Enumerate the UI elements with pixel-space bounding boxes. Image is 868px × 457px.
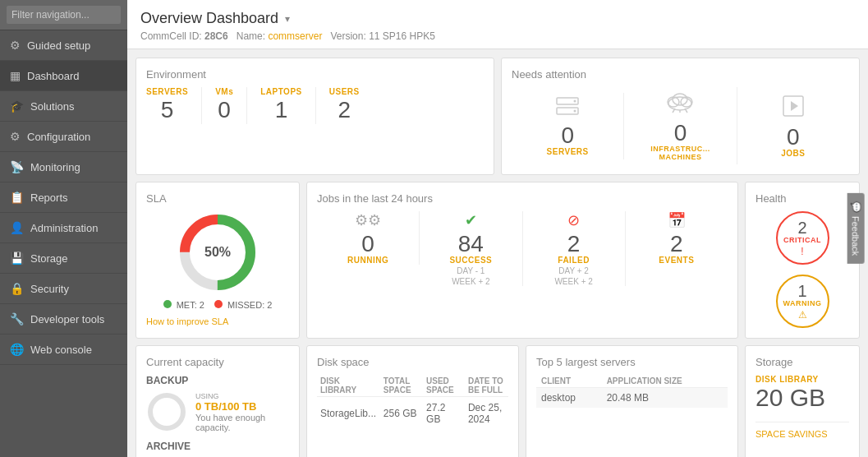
health-critical[interactable]: 2 CRITICAL ! (776, 211, 829, 265)
feedback-tab[interactable]: 💬 Feedback (847, 193, 864, 264)
web-console-icon: 🌐 (10, 343, 24, 356)
health-card: Health 2 CRITICAL ! 1 WARNING ⚠ (745, 182, 860, 339)
sidebar-item-monitoring[interactable]: 📡 Monitoring (0, 152, 127, 182)
sidebar-item-label: Developer tools (30, 313, 104, 325)
main-content: Overview Dashboard ▾ CommCell ID: 28C6 N… (127, 0, 868, 457)
jobs-failed[interactable]: ⊘ 2 FAILED DAY + 2 WEEK + 2 (523, 211, 626, 286)
jobs-running[interactable]: ⚙⚙ 0 RUNNING (317, 211, 420, 265)
vms-value: 0 (215, 96, 233, 124)
sla-title: SLA (146, 192, 289, 205)
attention-servers[interactable]: 0 SERVERS (512, 93, 624, 159)
storage-card: Storage DISK LIBRARY 20 GB SPACE SAVINGS (745, 345, 860, 457)
running-label: RUNNING (333, 256, 402, 265)
servers-value: 5 (146, 96, 188, 124)
sidebar-filter[interactable] (0, 0, 127, 30)
jobs-title: Jobs in the last 24 hours (317, 192, 728, 205)
server-size-cell: 20.48 MB (602, 388, 728, 409)
sidebar-item-label: Guided setup (27, 39, 90, 52)
sidebar-item-guided-setup[interactable]: ⚙ Guided setup (0, 30, 127, 61)
sla-legend: MET: 2 MISSED: 2 (146, 300, 289, 310)
env-vms[interactable]: VMs 0 (202, 87, 247, 124)
developer-tools-icon: 🔧 (10, 312, 24, 325)
capacity-backup: BACKUP USING 0 TB/100 TB You have enough… (146, 375, 289, 432)
title-text: Overview Dashboard (140, 10, 278, 27)
attention-machines[interactable]: 0 INFRASTRUC... MACHINES (624, 87, 737, 164)
disk-col-date: DATE TO BE FULL (465, 375, 508, 397)
guided-setup-icon: ⚙ (10, 39, 21, 52)
users-value: 2 (329, 96, 360, 124)
failed-value: 2 (540, 233, 609, 256)
configuration-icon: ⚙ (10, 130, 21, 143)
sidebar-item-reports[interactable]: 📋 Reports (0, 182, 127, 213)
environment-card: Environment SERVERS 5 VMs 0 LAPTOPS 1 (135, 58, 494, 175)
sidebar-item-administration[interactable]: 👤 Administration (0, 213, 127, 243)
commserver-name[interactable]: commserver (268, 30, 322, 42)
server-client-cell: desktop (536, 388, 602, 409)
sla-missed-legend: MISSED: 2 (214, 300, 272, 310)
env-servers[interactable]: SERVERS 5 (146, 87, 202, 124)
sidebar-item-developer-tools[interactable]: 🔧 Developer tools (0, 304, 127, 335)
disk-used-cell: 27.2 GB (423, 397, 465, 431)
needs-attention-card: Needs attention 0 SERVERS (501, 58, 860, 175)
svg-point-3 (574, 109, 576, 112)
filter-input[interactable] (7, 6, 121, 24)
disk-space-title: Disk space (317, 356, 508, 368)
disk-date-cell: Dec 25, 2024 (465, 397, 508, 431)
env-users[interactable]: USERS 2 (316, 87, 373, 124)
sidebar-item-label: Configuration (27, 131, 90, 143)
improve-sla-link[interactable]: How to improve SLA (146, 316, 289, 326)
sidebar-item-web-console[interactable]: 🌐 Web console (0, 335, 127, 365)
table-row: desktop 20.48 MB (536, 388, 728, 409)
row-1: Environment SERVERS 5 VMs 0 LAPTOPS 1 (135, 58, 860, 175)
disk-table: DISK LIBRARY TOTAL SPACE USED SPACE DATE… (317, 375, 508, 430)
backup-using-label: USING (195, 392, 289, 400)
top-servers-card: Top 5 largest servers CLIENT APPLICATION… (526, 345, 738, 457)
attention-servers-label: SERVERS (525, 147, 610, 156)
sla-card: SLA 50% MET: 2 (135, 182, 300, 339)
sidebar-item-dashboard[interactable]: ▦ Dashboard (0, 61, 127, 91)
sla-donut: 50% (177, 211, 259, 293)
health-warning[interactable]: 1 WARNING ⚠ (776, 275, 829, 328)
check-icon: ✔ (436, 211, 505, 229)
vms-label: VMs (215, 87, 233, 96)
sidebar-item-solutions[interactable]: 🎓 Solutions (0, 91, 127, 122)
attention-machines-label: INFRASTRUC... MACHINES (637, 145, 723, 161)
storage-value: 20 GB (755, 384, 849, 412)
dashboard-icon: ▦ (10, 69, 21, 82)
attention-title: Needs attention (512, 68, 849, 81)
failed-sub2: WEEK + 2 (540, 277, 609, 286)
attention-servers-value: 0 (525, 124, 610, 147)
sidebar-item-label: Storage (30, 252, 68, 265)
env-laptops[interactable]: LAPTOPS 1 (247, 87, 316, 124)
space-savings-link[interactable]: SPACE SAVINGS (755, 429, 828, 439)
version-value: 11 SP16 HPK5 (369, 30, 435, 42)
disk-library-label: DISK LIBRARY (755, 375, 849, 384)
attention-machines-value: 0 (637, 122, 723, 145)
jobs-success[interactable]: ✔ 84 SUCCESS DAY - 1 WEEK + 2 (420, 211, 522, 286)
success-value: 84 (436, 233, 505, 256)
version-label: Version: (330, 30, 365, 42)
dropdown-arrow-icon[interactable]: ▾ (285, 13, 290, 25)
environment-metrics: SERVERS 5 VMs 0 LAPTOPS 1 USERS 2 (146, 87, 484, 124)
running-value: 0 (333, 233, 402, 256)
environment-title: Environment (146, 68, 484, 81)
sla-met-legend: MET: 2 (163, 300, 204, 310)
jobs-events[interactable]: 📅 2 EVENTS (626, 211, 728, 265)
attention-jobs-value: 0 (751, 126, 836, 149)
sidebar-item-configuration[interactable]: ⚙ Configuration (0, 122, 127, 152)
attention-jobs-label: JOBS (751, 149, 836, 158)
events-value: 2 (642, 233, 711, 256)
attention-items: 0 SERVERS (512, 87, 849, 164)
attention-jobs[interactable]: 0 JOBS (737, 91, 849, 161)
error-icon: ⊘ (540, 211, 609, 229)
storage-icon: 💾 (10, 252, 24, 265)
backup-row: USING 0 TB/100 TB You have enough capaci… (146, 391, 289, 432)
sidebar-item-security[interactable]: 🔒 Security (0, 274, 127, 304)
feedback-icon: 💬 (850, 201, 861, 213)
storage-title: Storage (755, 356, 849, 368)
sidebar-item-storage[interactable]: 💾 Storage (0, 243, 127, 274)
missed-dot (214, 300, 223, 308)
page-title: Overview Dashboard ▾ (140, 10, 855, 27)
row-3: Current capacity BACKUP USING 0 TB/100 (135, 345, 860, 457)
cloud-icon (637, 90, 723, 118)
